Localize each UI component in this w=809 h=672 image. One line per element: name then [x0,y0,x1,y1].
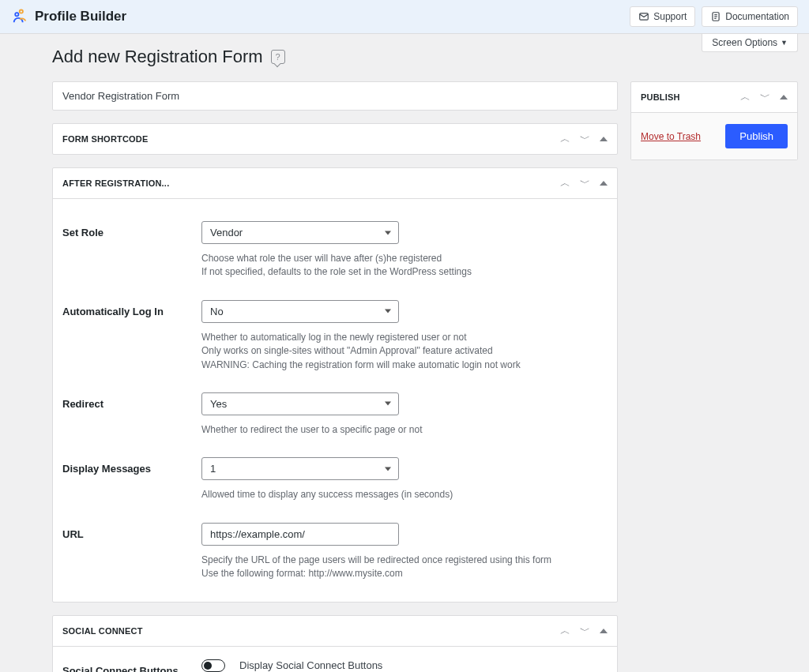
display-messages-select[interactable]: 1 [201,457,399,480]
after-registration-title: AFTER REGISTRATION... [62,178,169,188]
top-bar: Profile Builder Support Documentation [0,0,809,34]
auto-login-desc-1: Whether to automatically log in the newl… [201,331,608,344]
chevron-up-icon[interactable]: ︿ [560,132,570,146]
url-desc-1: Specify the URL of the page users will b… [201,554,608,567]
form-shortcode-title: FORM SHORTCODE [62,134,149,144]
auto-login-desc-2: Only works on single-sites without "Admi… [201,344,608,358]
chevron-up-icon[interactable]: ︿ [560,624,570,638]
mail-icon [638,11,649,22]
chevron-down-icon[interactable]: ﹀ [760,90,770,104]
triangle-up-icon[interactable] [600,629,608,633]
redirect-field: Redirect Yes Whether to redirect the use… [62,392,608,437]
publish-panel: PUBLISH ︿ ﹀ Move to Trash Publish [630,81,798,160]
auto-login-select[interactable]: No [201,300,399,323]
help-icon[interactable]: ? [271,50,285,64]
move-to-trash-link[interactable]: Move to Trash [641,131,701,142]
title-box [52,81,618,111]
set-role-field: Set Role Vendor Choose what role the use… [62,221,608,280]
set-role-desc-2: If not specified, defaults to the role s… [201,265,608,279]
redirect-desc-1: Whether to redirect the user to a specif… [201,423,608,437]
set-role-desc-1: Choose what role the user will have afte… [201,252,608,265]
support-button[interactable]: Support [630,6,695,27]
redirect-select[interactable]: Yes [201,392,399,415]
social-buttons-text: Display Social Connect Buttons [239,659,382,671]
brand-name: Profile Builder [35,9,126,24]
triangle-up-icon[interactable] [780,95,788,99]
brand-logo-icon [11,8,28,25]
url-field: URL Specify the URL of the page users wi… [62,523,608,581]
page-header: Add new Registration Form ? [11,34,798,81]
social-buttons-toggle[interactable] [201,659,225,672]
chevron-down-icon[interactable]: ﹀ [580,176,590,190]
brand: Profile Builder [11,8,126,25]
triangle-up-icon[interactable] [600,137,608,141]
chevron-down-icon[interactable]: ﹀ [580,624,590,638]
screen-options-toggle[interactable]: Screen Options ▼ [702,34,798,52]
publish-title: PUBLISH [641,92,680,102]
form-title-input[interactable] [53,82,617,110]
url-label: URL [62,523,201,581]
display-messages-field: Display Messages 1 Allowed time to displ… [62,457,608,501]
chevron-up-icon[interactable]: ︿ [740,90,751,104]
after-registration-panel: AFTER REGISTRATION... ︿ ﹀ Set Role V [52,167,618,603]
auto-login-desc-3: WARNING: Caching the registration form w… [201,359,608,372]
redirect-label: Redirect [62,392,201,437]
url-input[interactable] [201,523,399,546]
chevron-up-icon[interactable]: ︿ [560,176,570,190]
display-messages-desc-1: Allowed time to display any success mess… [201,488,608,501]
svg-point-0 [20,9,23,13]
publish-button[interactable]: Publish [725,124,788,148]
auto-login-label: Automatically Log In [62,300,201,372]
social-connect-title: SOCIAL CONNECT [62,626,143,636]
triangle-up-icon[interactable] [600,181,608,186]
chevron-down-icon: ▼ [781,39,788,47]
page-title: Add new Registration Form [52,47,263,67]
set-role-label: Set Role [62,221,201,280]
chevron-down-icon[interactable]: ﹀ [580,132,590,146]
documentation-label: Documentation [725,11,789,22]
auto-login-field: Automatically Log In No Whether to autom… [62,300,608,372]
document-icon [710,11,721,22]
display-messages-label: Display Messages [62,457,201,501]
form-shortcode-panel: FORM SHORTCODE ︿ ﹀ [52,123,618,155]
documentation-button[interactable]: Documentation [702,6,798,27]
screen-options-label: Screen Options [712,37,777,48]
social-buttons-label: Social Connect Buttons [62,659,201,672]
social-connect-panel: SOCIAL CONNECT ︿ ﹀ Social Connect Button… [52,615,618,672]
support-label: Support [653,11,687,22]
top-links: Support Documentation [630,6,798,27]
svg-point-1 [15,13,18,16]
url-desc-2: Use the following format: http://www.mys… [201,567,608,580]
set-role-select[interactable]: Vendor [201,221,399,244]
